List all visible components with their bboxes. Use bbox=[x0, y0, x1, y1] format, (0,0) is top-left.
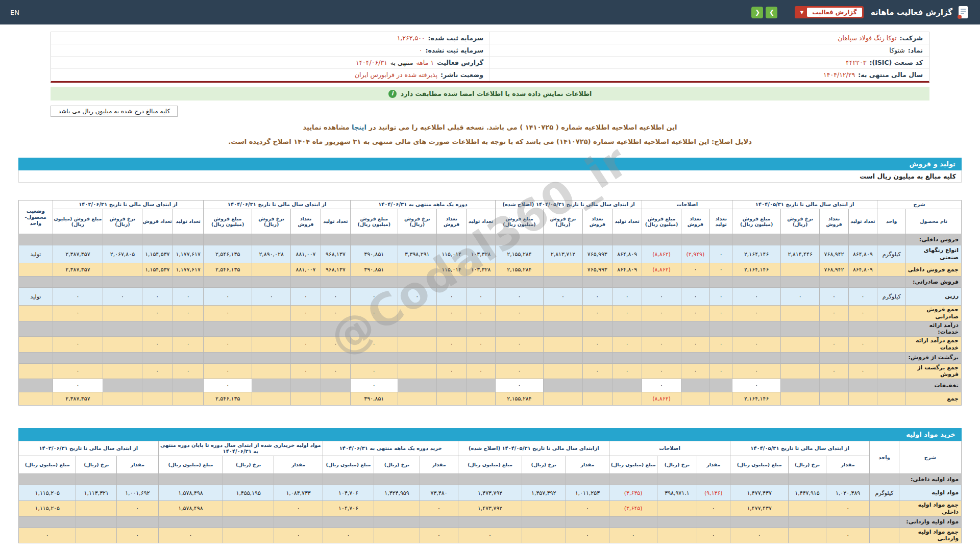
column-header: تعداد فروش bbox=[291, 209, 321, 234]
registered-capital-field: سرمایه ثبت شده: ۱,۲۶۲,۵۰۰ bbox=[51, 32, 490, 44]
table-cell: ۰ bbox=[710, 245, 732, 263]
table-cell: (۹,۱۳۶) bbox=[697, 485, 730, 501]
section-header-raw-materials: خرید مواد اولیه bbox=[18, 428, 962, 441]
table-cell: ۰ bbox=[467, 337, 495, 353]
table-cell bbox=[19, 392, 53, 406]
table-cell: ۳۹۰,۸۵۱ bbox=[351, 263, 398, 277]
table-cell: ۰ bbox=[681, 337, 709, 353]
table-cell: ۲,۱۵۵,۲۸۴ bbox=[495, 245, 544, 263]
table-cell: ۰ bbox=[612, 306, 642, 321]
unregistered-capital-value: ۰ bbox=[419, 46, 423, 54]
column-header: نرخ (ریال) bbox=[374, 456, 420, 474]
table-cell: ۰ bbox=[681, 263, 709, 277]
table-cell bbox=[582, 277, 612, 288]
table-cell bbox=[789, 501, 826, 517]
raw-materials-table: شرحواحداز ابتدای سال مالی تا تاریخ ۱۴۰۴/… bbox=[18, 441, 962, 543]
table-cell bbox=[398, 263, 436, 277]
isic-code-field: کد صنعت (ISIC): ۴۴۲۲۰۳ bbox=[490, 57, 929, 69]
table-cell bbox=[19, 263, 53, 277]
table-cell bbox=[544, 352, 582, 363]
table-cell: ۰ bbox=[351, 363, 398, 379]
column-header: تعداد فروش bbox=[582, 209, 612, 234]
previous-version-link[interactable]: اینجا bbox=[352, 123, 366, 131]
report-type-dropdown[interactable]: گزارش فعالیت ▼ bbox=[795, 6, 863, 18]
table-cell bbox=[173, 392, 203, 406]
table-cell: ۰ bbox=[420, 528, 458, 543]
column-header: مبلغ فروش (میلیون ریال) bbox=[351, 209, 398, 234]
table-cell bbox=[877, 352, 906, 363]
table-cell bbox=[710, 234, 732, 245]
table-cell: (۸,۸۶۲) bbox=[642, 263, 681, 277]
table-cell bbox=[321, 379, 350, 392]
info-icon: i bbox=[388, 90, 397, 98]
table-cell bbox=[681, 392, 709, 406]
table-cell: ۸۶۴,۸۰۹ bbox=[848, 263, 877, 277]
table-cell: ۰ bbox=[291, 306, 321, 321]
company-name-value[interactable]: توکا رنگ فولاد سپاهان bbox=[838, 34, 896, 42]
table-cell bbox=[642, 321, 681, 337]
table-cell: ۸۸۱,۰۰۷ bbox=[291, 245, 321, 263]
table-cell bbox=[398, 306, 436, 321]
table-cell: ۲,۵۴۶,۱۳۵ bbox=[204, 263, 252, 277]
signed-info-banner: اطلاعات نمایش داده شده با اطلاعات امضا ش… bbox=[51, 87, 929, 101]
table-cell bbox=[398, 392, 436, 406]
production-sales-table: شرحاز ابتدای سال مالی تا تاریخ ۱۴۰۴/۰۵/۳… bbox=[18, 200, 962, 406]
table-cell: جمع درآمد ارائه خدمات bbox=[906, 337, 962, 353]
column-header: نرخ (ریال) bbox=[223, 456, 274, 474]
table-cell: ۲,۳۸۷,۳۵۷ bbox=[53, 392, 103, 406]
table-cell: ۷۶۸,۹۴۲ bbox=[820, 263, 848, 277]
table-cell bbox=[495, 321, 544, 337]
table-cell bbox=[252, 263, 290, 277]
table-cell: ۰ bbox=[173, 288, 203, 306]
table-cell bbox=[374, 516, 420, 528]
table-cell: ۰ bbox=[582, 363, 612, 379]
amounts-unit-note: کلیه مبالغ درج شده به میلیون ریال می باش… bbox=[51, 106, 178, 117]
table-cell: ۰ bbox=[710, 263, 732, 277]
column-header: تعداد فروش bbox=[437, 209, 467, 234]
table-cell: ۲,۸۱۴,۴۴۶ bbox=[780, 245, 819, 263]
table-cell: ۱,۰۱۱,۲۵۳ bbox=[566, 485, 609, 501]
table-cell bbox=[789, 474, 826, 485]
table-cell: ۰ bbox=[53, 288, 103, 306]
table-cell bbox=[780, 363, 819, 379]
table-cell: جمع فروش صادراتی bbox=[906, 306, 962, 321]
previous-report-button[interactable]: ❮ bbox=[751, 7, 763, 18]
table-cell: ۰ bbox=[820, 306, 848, 321]
table-cell: ۱,۰۸۴,۷۳۳ bbox=[274, 485, 323, 501]
table-cell: ۰ bbox=[274, 528, 323, 543]
table-cell: ۰ bbox=[697, 501, 730, 517]
language-toggle-en[interactable]: EN bbox=[10, 9, 19, 16]
table-cell: ۰ bbox=[351, 306, 398, 321]
table-cell: ۲,۸۹۰,۰۲۸ bbox=[252, 245, 290, 263]
table-cell: ۲,۳۸۷,۳۵۷ bbox=[53, 245, 103, 263]
table-row: مواد اولیه وارداتی: bbox=[19, 516, 962, 528]
table-cell: ۰ bbox=[117, 501, 159, 517]
table-cell: ۰ bbox=[351, 337, 398, 353]
table-cell bbox=[142, 379, 173, 392]
table-cell bbox=[681, 277, 709, 288]
table-cell: جمع bbox=[906, 392, 962, 406]
table-cell: ۰ bbox=[437, 363, 467, 379]
table-cell bbox=[609, 516, 657, 528]
table-cell bbox=[291, 234, 321, 245]
table-cell bbox=[826, 474, 870, 485]
table-cell: ۰ bbox=[398, 288, 436, 306]
table-cell bbox=[877, 392, 906, 406]
table-cell bbox=[117, 516, 159, 528]
column-header: مقدار bbox=[826, 456, 870, 474]
table-cell bbox=[351, 352, 398, 363]
table-cell: فروش صادراتی: bbox=[906, 277, 962, 288]
table-cell bbox=[544, 379, 582, 392]
next-report-button[interactable]: ❯ bbox=[766, 7, 777, 18]
amendment-text: مشاهده نمایید bbox=[303, 123, 349, 131]
table-cell bbox=[780, 321, 819, 337]
table-cell: ۰ bbox=[53, 337, 103, 353]
table-cell bbox=[53, 352, 103, 363]
table-cell bbox=[681, 234, 709, 245]
table-cell: (۸,۸۶۲) bbox=[642, 392, 681, 406]
table-cell bbox=[877, 321, 906, 337]
table-cell: ۱۰۳,۳۲۸ bbox=[467, 245, 495, 263]
table-cell: کیلوگرم bbox=[877, 288, 906, 306]
column-header: نرخ فروش (ریال) bbox=[398, 209, 436, 234]
table-cell bbox=[789, 516, 826, 528]
